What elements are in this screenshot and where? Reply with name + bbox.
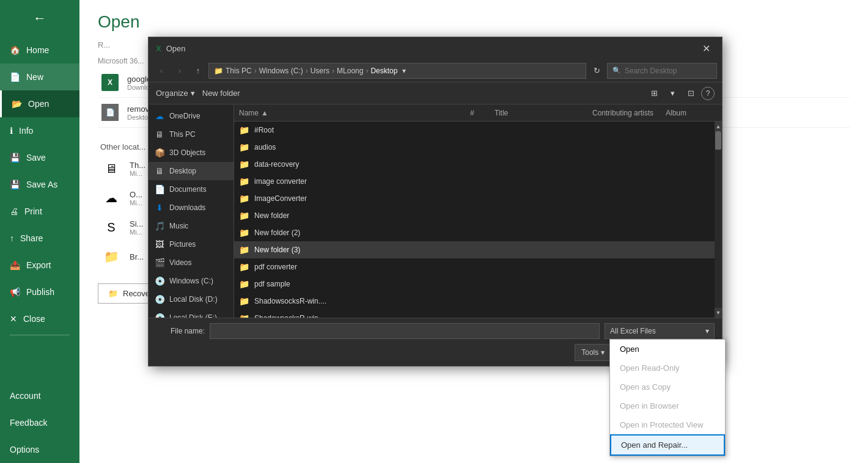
- search-input[interactable]: [625, 67, 712, 75]
- col-header-title[interactable]: Title: [490, 109, 587, 117]
- nav-item-this-pc[interactable]: 🖥 This PC: [149, 125, 234, 144]
- scroll-up-button[interactable]: ▲: [715, 122, 722, 131]
- file-item-name: 📁 image converter: [239, 177, 453, 186]
- file-item-name: 📁 audios: [239, 142, 453, 152]
- breadcrumb-path[interactable]: 📁 This PC › Windows (C:) › Users › MLoon…: [208, 63, 586, 79]
- sidebar-item-close[interactable]: ✕ Close: [0, 305, 79, 332]
- sidebar-item-home[interactable]: 🏠 Home: [0, 37, 79, 64]
- file-item[interactable]: 📁 image converter: [234, 173, 715, 190]
- sidebar-item-export[interactable]: 📤 Export: [0, 252, 79, 279]
- onedrive-icon: ☁: [155, 111, 164, 121]
- page-title: Open: [79, 0, 868, 38]
- nav-up-button[interactable]: ↑: [190, 63, 206, 79]
- file-item[interactable]: 📁 data-recovery: [234, 156, 715, 173]
- breadcrumb-item-current: Desktop: [370, 67, 397, 75]
- desktop-icon: 🖥: [155, 166, 164, 176]
- sidebar-divider: [10, 335, 70, 335]
- this-pc-nav-icon: 🖥: [155, 129, 164, 139]
- breadcrumb-item-1: This PC: [226, 67, 252, 75]
- dropdown-item-open-copy[interactable]: Open as Copy: [610, 377, 725, 396]
- nav-item-onedrive[interactable]: ☁ OneDrive: [149, 107, 234, 125]
- sidebar-item-save[interactable]: 💾 Save: [0, 144, 79, 171]
- sidebar-item-new[interactable]: 📄 New: [0, 64, 79, 90]
- nav-forward-button[interactable]: ›: [172, 63, 188, 79]
- export-icon: 📤: [10, 260, 20, 270]
- col-header-name[interactable]: Name ▲: [234, 109, 465, 117]
- col-header-album[interactable]: Album: [661, 109, 722, 117]
- onedrive-location-icon: ☁: [100, 187, 122, 209]
- tools-button[interactable]: Tools ▾: [575, 344, 611, 361]
- sidebar-item-feedback[interactable]: Feedback: [0, 409, 79, 436]
- nav-item-downloads[interactable]: ⬇ Downloads: [149, 199, 234, 217]
- refresh-button[interactable]: ↻: [589, 63, 605, 79]
- sidebar-item-print[interactable]: 🖨 Print: [0, 198, 79, 225]
- sidebar-item-options[interactable]: Options: [0, 436, 79, 463]
- file-item[interactable]: 📁 pdf converter: [234, 258, 715, 275]
- file-item[interactable]: 📁 ShadowsocksR-win....: [234, 310, 715, 318]
- nav-item-local-e[interactable]: 💿 Local Disk (E:): [149, 308, 234, 318]
- dialog-title-icon: X: [156, 44, 161, 53]
- view-preview-button[interactable]: ⊡: [683, 86, 699, 101]
- new-folder-button[interactable]: New folder: [202, 89, 240, 98]
- local-d-icon: 💿: [155, 294, 164, 304]
- dropdown-item-open-protected[interactable]: Open in Protected View: [610, 415, 725, 434]
- nav-item-videos[interactable]: 🎬 Videos: [149, 253, 234, 272]
- nav-item-documents[interactable]: 📄 Documents: [149, 180, 234, 199]
- sidebar-item-save-as[interactable]: 💾 Save As: [0, 171, 79, 198]
- nav-item-local-d[interactable]: 💿 Local Disk (D:): [149, 290, 234, 308]
- breadcrumb-dropdown-button[interactable]: ▾: [402, 67, 406, 75]
- col-header-artist[interactable]: Contributing artists: [587, 109, 661, 117]
- sidebar-item-publish[interactable]: 📢 Publish: [0, 279, 79, 305]
- col-header-num[interactable]: #: [465, 109, 490, 117]
- file-item[interactable]: 📁 New folder (3): [234, 241, 715, 258]
- nav-item-3d-objects[interactable]: 📦 3D Objects: [149, 144, 234, 162]
- breadcrumb-item-3: Users: [311, 67, 329, 75]
- file-item[interactable]: 📁 audios: [234, 139, 715, 156]
- view-dropdown-button[interactable]: ▾: [664, 86, 680, 101]
- filename-input[interactable]: [210, 323, 600, 339]
- scroll-thumb: [715, 131, 721, 150]
- view-toggle-button[interactable]: ⊞: [646, 86, 662, 101]
- 3d-objects-icon: 📦: [155, 148, 164, 158]
- nav-back-button[interactable]: ‹: [153, 63, 169, 79]
- folder-icon: 📁: [239, 245, 249, 255]
- dropdown-item-open-readonly[interactable]: Open Read-Only: [610, 359, 725, 377]
- dropdown-item-open[interactable]: Open: [610, 340, 725, 359]
- file-item[interactable]: 📁 New folder: [234, 207, 715, 224]
- organize-chevron-icon: ▾: [191, 89, 195, 98]
- sidebar-item-share[interactable]: ↑ Share: [0, 225, 79, 252]
- file-item[interactable]: 📁 pdf sample: [234, 275, 715, 293]
- dropdown-item-open-browser[interactable]: Open in Browser: [610, 396, 725, 415]
- organize-button[interactable]: Organize ▾: [156, 89, 195, 98]
- breadcrumb-item-2: Windows (C:): [259, 67, 303, 75]
- sharepoint-icon: S: [100, 216, 122, 238]
- nav-item-pictures[interactable]: 🖼 Pictures: [149, 235, 234, 253]
- sidebar-item-info[interactable]: ℹ Info: [0, 117, 79, 144]
- help-button[interactable]: ?: [701, 87, 715, 100]
- sidebar-item-open[interactable]: 📂 Open: [0, 90, 79, 117]
- location-sharepoint-text: Si... Mi...: [130, 219, 143, 236]
- filetype-dropdown-icon: ▾: [705, 327, 709, 335]
- sidebar-item-account[interactable]: Account: [0, 382, 79, 409]
- breadcrumb-icon: 📁: [214, 67, 223, 75]
- file-item[interactable]: 📁 New folder (2): [234, 224, 715, 241]
- file-item[interactable]: 📁 #Root: [234, 122, 715, 139]
- dialog-close-button[interactable]: ✕: [697, 40, 715, 57]
- print-icon: 🖨: [10, 206, 18, 216]
- dropdown-item-open-repair[interactable]: Open and Repair...: [610, 434, 725, 456]
- nav-item-windows-c[interactable]: 💿 Windows (C:): [149, 272, 234, 290]
- file-item-name: 📁 #Root: [239, 125, 453, 135]
- nav-item-music[interactable]: 🎵 Music: [149, 217, 234, 235]
- folder-icon: 📁: [239, 313, 249, 318]
- breadcrumb-item-4: MLoong: [337, 67, 363, 75]
- folder-icon: 📁: [239, 125, 249, 135]
- scroll-down-button[interactable]: ▼: [715, 308, 722, 318]
- folder-icon: 📁: [239, 142, 249, 152]
- filetype-select[interactable]: All Excel Files ▾: [605, 323, 715, 339]
- backstage-back-button[interactable]: ←: [0, 0, 79, 37]
- file-item[interactable]: 📁 ShadowsocksR-win....: [234, 293, 715, 310]
- music-icon: 🎵: [155, 221, 164, 231]
- file-panel-scrollbar[interactable]: ▲ ▼: [715, 122, 722, 318]
- file-item[interactable]: 📁 ImageConverter: [234, 190, 715, 207]
- nav-item-desktop[interactable]: 🖥 Desktop: [149, 162, 234, 180]
